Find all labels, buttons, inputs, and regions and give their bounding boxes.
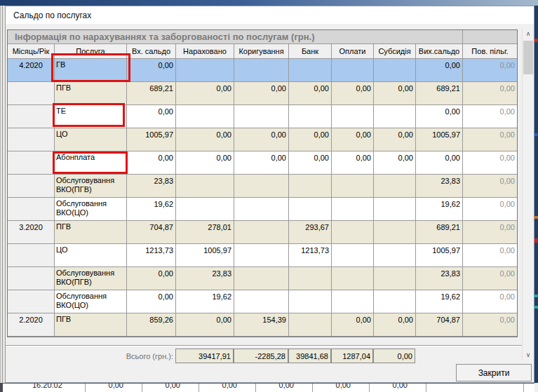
month-cell[interactable]: 4.2020 [8, 59, 55, 82]
value-cell[interactable]: 1005,97 [416, 128, 463, 151]
value-cell[interactable] [332, 105, 374, 128]
value-cell[interactable]: 0,00 [127, 105, 176, 128]
service-cell[interactable]: Абонплата [55, 151, 127, 175]
value-cell[interactable] [289, 290, 332, 313]
value-cell[interactable]: 0,00 [463, 82, 517, 105]
value-cell[interactable] [374, 267, 416, 290]
service-cell[interactable]: ПГВ [55, 313, 127, 337]
value-cell[interactable]: 0,00 [463, 221, 517, 244]
value-cell[interactable] [332, 267, 374, 290]
value-cell[interactable]: 278,01 [176, 221, 234, 244]
value-cell[interactable]: 0,00 [332, 313, 374, 337]
column-header-2[interactable]: Послуга [55, 44, 127, 59]
service-cell[interactable]: Обслуговання ВКО(ЦО) [55, 290, 127, 313]
month-cell[interactable] [8, 151, 55, 175]
month-cell[interactable]: 2.2020 [8, 313, 55, 337]
table-row[interactable]: Обслуговування ВКО(ПГВ)0,0023,8323,830,0… [8, 267, 517, 290]
value-cell[interactable] [234, 244, 289, 267]
value-cell[interactable] [374, 105, 416, 128]
table-row[interactable]: 3.2020ПГВ704,87278,01293,67689,210,00 [8, 221, 517, 244]
column-header-8[interactable]: Субсидія [374, 44, 416, 59]
column-header-9[interactable]: Вих.сальдо [416, 44, 463, 59]
value-cell[interactable]: 0,00 [463, 198, 517, 221]
column-header-6[interactable]: Банк [289, 44, 332, 59]
scroll-down-icon[interactable]: ∨ [523, 349, 534, 360]
value-cell[interactable] [332, 290, 374, 313]
value-cell[interactable]: 0,00 [127, 59, 176, 82]
value-cell[interactable]: 0,00 [463, 151, 517, 175]
service-cell[interactable]: ПГВ [55, 82, 127, 105]
service-cell[interactable]: Обслуговування ВКО(ПГВ) [55, 267, 127, 290]
month-cell[interactable] [8, 82, 55, 105]
value-cell[interactable]: 0,00 [463, 128, 517, 151]
close-button[interactable]: Закрити [456, 364, 532, 381]
value-cell[interactable]: 0,00 [374, 313, 416, 337]
value-cell[interactable]: 23,83 [416, 267, 463, 290]
value-cell[interactable]: 0,00 [127, 151, 176, 175]
table-row[interactable]: Обслуговання ВКО(ЦО)19,6219,620,00 [8, 198, 517, 221]
value-cell[interactable]: 1213,73 [289, 244, 332, 267]
value-cell[interactable]: 0,00 [289, 82, 332, 105]
value-cell[interactable]: 0,00 [416, 105, 463, 128]
table-row[interactable]: ПГВ689,210,000,000,000,000,00689,210,00 [8, 82, 517, 105]
value-cell[interactable]: 19,62 [416, 290, 463, 313]
table-row[interactable]: ЦО1213,731005,971213,731005,970,00 [8, 244, 517, 267]
value-cell[interactable] [332, 175, 374, 198]
value-cell[interactable]: 0,00 [234, 82, 289, 105]
value-cell[interactable]: 0,00 [289, 128, 332, 151]
value-cell[interactable]: 689,21 [416, 221, 463, 244]
service-cell[interactable]: ТЕ [55, 105, 127, 128]
value-cell[interactable] [234, 175, 289, 198]
value-cell[interactable] [332, 244, 374, 267]
value-cell[interactable] [289, 313, 332, 337]
month-cell[interactable] [8, 267, 55, 290]
value-cell[interactable] [289, 198, 332, 221]
value-cell[interactable] [374, 59, 416, 82]
service-cell[interactable]: ЦО [55, 244, 127, 267]
value-cell[interactable]: 0,00 [463, 59, 517, 82]
value-cell[interactable] [374, 198, 416, 221]
value-cell[interactable] [289, 59, 332, 82]
value-cell[interactable]: 1005,97 [176, 244, 234, 267]
value-cell[interactable]: 689,21 [416, 82, 463, 105]
table-row[interactable]: Абонплата0,000,000,000,000,000,000,000,0… [8, 151, 517, 175]
value-cell[interactable] [234, 267, 289, 290]
value-cell[interactable]: 154,39 [234, 313, 289, 337]
value-cell[interactable]: 0,00 [234, 128, 289, 151]
value-cell[interactable]: 704,87 [127, 221, 176, 244]
value-cell[interactable]: 704,87 [416, 313, 463, 337]
month-cell[interactable] [8, 290, 55, 313]
month-cell[interactable] [8, 128, 55, 151]
value-cell[interactable]: 859,26 [127, 313, 176, 337]
value-cell[interactable]: 0,00 [127, 290, 176, 313]
column-header-4[interactable]: Нараховано [176, 44, 234, 59]
scrollbar-thumb[interactable] [523, 41, 533, 74]
table-row[interactable]: Обслуговання ВКО(ЦО)0,0019,6219,620,00 [8, 290, 517, 313]
value-cell[interactable]: 1213,73 [127, 244, 176, 267]
month-cell[interactable] [8, 244, 55, 267]
value-cell[interactable] [374, 221, 416, 244]
table-row[interactable]: 4.2020ГВ0,000,000,00 [8, 59, 517, 82]
column-header-5[interactable]: Коригування [234, 44, 289, 59]
value-cell[interactable]: 0,00 [332, 151, 374, 175]
value-cell[interactable]: 0,00 [463, 267, 517, 290]
value-cell[interactable]: 19,62 [127, 198, 176, 221]
value-cell[interactable] [374, 290, 416, 313]
value-cell[interactable] [176, 198, 234, 221]
value-cell[interactable] [176, 175, 234, 198]
value-cell[interactable]: 0,00 [463, 290, 517, 313]
table-row[interactable]: Обслуговування ВКО(ПГВ)23,8323,830,00 [8, 175, 517, 198]
value-cell[interactable]: 0,00 [374, 82, 416, 105]
value-cell[interactable] [332, 198, 374, 221]
value-cell[interactable]: 0,00 [176, 128, 234, 151]
scroll-up-icon[interactable]: ∧ [523, 28, 534, 39]
value-cell[interactable]: 19,62 [176, 290, 234, 313]
value-cell[interactable] [234, 105, 289, 128]
value-cell[interactable] [332, 221, 374, 244]
value-cell[interactable]: 0,00 [176, 151, 234, 175]
value-cell[interactable]: 19,62 [416, 198, 463, 221]
value-cell[interactable]: 23,83 [176, 267, 234, 290]
service-cell[interactable]: Обслуговання ВКО(ЦО) [55, 198, 127, 221]
value-cell[interactable]: 1005,97 [127, 128, 176, 151]
service-cell[interactable]: Обслуговування ВКО(ПГВ) [55, 175, 127, 198]
